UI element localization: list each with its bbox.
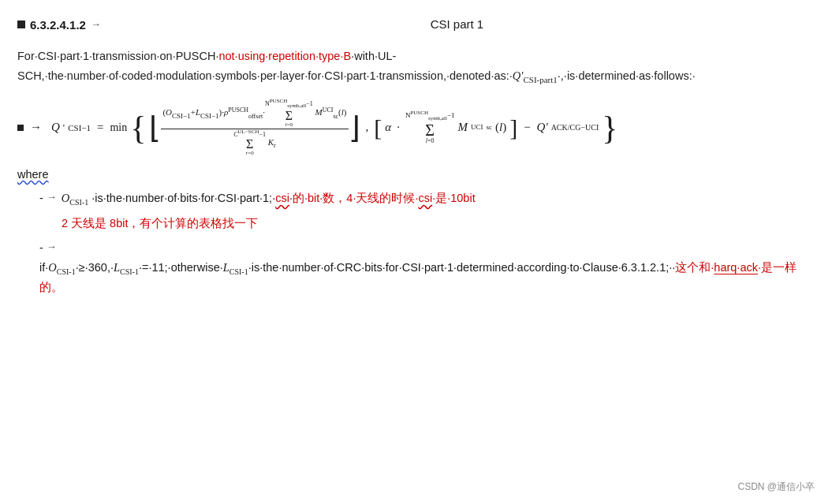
where-word: where <box>17 168 49 181</box>
item-dash-2: - <box>39 238 43 258</box>
harq-underline: harq·ack <box>714 261 758 274</box>
harq-note: 这个和·harq·ack·是一样的。 <box>39 261 797 294</box>
item-arrow-2: → <box>47 238 57 256</box>
csi-note-inline2: csi <box>418 192 432 204</box>
formula-section: → Q'CSI−1 = min { ⌊ (OCSI−1+LCSI−1)·ρPUS… <box>17 99 808 157</box>
formula-bullet <box>17 125 24 131</box>
item-arrow-1: → <box>47 189 57 206</box>
csi-note-inline: csi <box>275 192 289 204</box>
fraction-numerator-denominator: (OCSI−1+LCSI−1)·ρPUSCHoffset·NPUSCHsymb,… <box>161 99 348 157</box>
brace-left: { <box>130 111 146 144</box>
note-2ant: 2 天线是 8bit，有个计算的表格找一下 <box>62 214 808 233</box>
section-header: 6.3.2.4.1.2 → CSI part 1 <box>17 14 808 35</box>
item-2-text: if·OCSI-1·≥·360,·LCSI-1·=·11;·otherwise·… <box>39 258 808 298</box>
para-intro: For·CSI·part·1·transmission·on·PUSCH·not… <box>17 47 808 88</box>
bracket-left: [ <box>374 116 382 140</box>
main-formula: Q'CSI−1 = min { ⌊ (OCSI−1+LCSI−1)·ρPUSCH… <box>51 99 617 157</box>
brace-right: } <box>602 111 617 144</box>
section-title: CSI part 1 <box>431 17 484 31</box>
item-1: - → OCSI-1 ·is·the·number·of·bits·for·CS… <box>39 189 808 209</box>
item-2: - → if·OCSI-1·≥·360,·LCSI-1·=·11;·otherw… <box>39 238 808 297</box>
section-arrow: → <box>91 16 101 33</box>
item-1-text: OCSI-1 ·is·the·number·of·bits·for·CSI·pa… <box>62 189 476 209</box>
section-bullet <box>17 21 25 28</box>
where-line: where <box>17 165 808 185</box>
item-dash-1: - <box>39 189 43 208</box>
section-number: 6.3.2.4.1.2 <box>30 15 86 35</box>
red-phrase: not·using·repetition·type·B <box>218 50 351 62</box>
csdn-watermark: CSDN @通信小卒 <box>737 479 815 495</box>
